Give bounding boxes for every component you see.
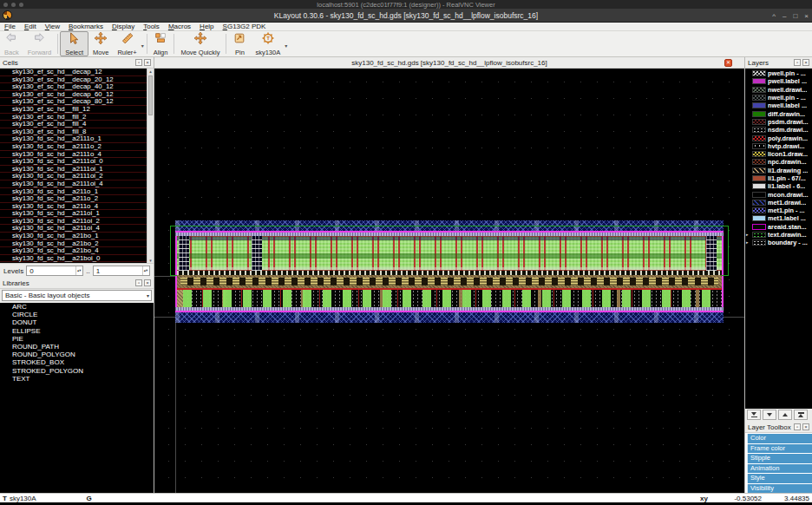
maximize-button[interactable]: □ xyxy=(793,12,797,20)
menu-macros[interactable]: Macros xyxy=(164,23,195,30)
menu-display[interactable]: Display xyxy=(108,23,139,30)
tab-close-icon[interactable]: ✕ xyxy=(724,59,732,67)
layer-row-met1-label[interactable]: met1.label ... xyxy=(745,214,812,222)
layer-row-nsdm-drawi[interactable]: nsdm.drawi... xyxy=(745,126,812,134)
layer-row-areaid-stan[interactable]: areaid.stan... xyxy=(745,223,812,231)
shade-button[interactable]: ^ xyxy=(772,12,776,20)
toolbox-close-button[interactable]: × xyxy=(802,423,809,430)
toolbox-section-animation[interactable]: Animation xyxy=(745,464,812,474)
layer-row-boundary[interactable]: ▸boundary - ... xyxy=(745,239,812,246)
cells-float-button[interactable]: ▫ xyxy=(135,59,142,66)
toolbox-section-color[interactable]: Color xyxy=(745,434,812,443)
layer-name: li1.drawing ... xyxy=(768,167,808,174)
svg-text:T: T xyxy=(266,35,270,41)
layers-close-button[interactable]: × xyxy=(802,59,809,66)
layer-row-li1-label-6[interactable]: li1.label - 6... xyxy=(745,182,812,190)
layer-row-poly-drawin[interactable]: poly.drawin... xyxy=(745,134,812,141)
scrollbar-thumb[interactable] xyxy=(148,75,153,115)
move-quickly-button[interactable]: Move Quickly xyxy=(176,31,224,56)
layer-row-met1-drawi[interactable]: met1.drawi... xyxy=(745,199,812,207)
library-item[interactable]: PIE xyxy=(0,335,154,343)
layer-row-psdm-drawi[interactable]: psdm.drawi... xyxy=(745,118,812,126)
ruler-button[interactable]: Ruler+ xyxy=(113,31,141,56)
cells-close-button[interactable]: × xyxy=(144,59,151,66)
toolbox-section-frame-color[interactable]: Frame color xyxy=(745,444,812,454)
layer-row-met1-pin[interactable]: met1.pin - ... xyxy=(745,207,812,214)
standard-cell-layout[interactable] xyxy=(175,220,724,323)
libraries-panel-header: Libraries ▫ × xyxy=(0,278,154,289)
library-item[interactable]: TEXT xyxy=(0,375,154,383)
layer-row-mcon-drawi[interactable]: mcon.drawi... xyxy=(745,190,812,198)
scroll-up-icon[interactable]: ▴ xyxy=(147,69,154,74)
library-select[interactable]: Basic - Basic layout objects ▾ xyxy=(2,290,152,301)
cell-list-item[interactable]: sky130_fd_sc_hd__a21boi_0 xyxy=(0,255,154,263)
menu-edit[interactable]: Edit xyxy=(20,23,41,30)
library-item[interactable]: STROKED_POLYGON xyxy=(0,367,154,375)
layer-swatch xyxy=(752,215,766,221)
technology-dropdown-caret[interactable]: ▾ xyxy=(285,43,287,49)
toolbox-float-button[interactable]: ▫ xyxy=(794,423,801,430)
toolbar: Back Forward Select Move Ruler+ ▾ Align … xyxy=(0,31,812,57)
library-item[interactable]: ARC xyxy=(0,303,154,311)
pin-button[interactable]: Pin xyxy=(228,31,251,56)
layer-nav-buttons xyxy=(745,409,812,422)
toolbox-section-visibility[interactable]: Visibility xyxy=(745,484,812,494)
library-item[interactable]: ROUND_POLYGON xyxy=(0,351,154,358)
menu-bookmarks[interactable]: Bookmarks xyxy=(64,23,108,30)
layer-name: nwell.drawi... xyxy=(768,86,807,94)
library-item[interactable]: CIRCLE xyxy=(0,311,154,318)
layer-row-nwell-label[interactable]: nwell.label ... xyxy=(745,102,812,109)
select-button[interactable]: Select xyxy=(60,31,88,56)
levels-from-spinbox[interactable]: 0 ▴▾ xyxy=(26,266,83,276)
spinner-arrows-icon[interactable]: ▴▾ xyxy=(75,266,82,275)
layer-row-li1-drawing[interactable]: li1.drawing ... xyxy=(745,167,812,174)
close-button[interactable]: × xyxy=(804,12,809,20)
layer-row-diff-drawin[interactable]: diff.drawin... xyxy=(745,109,812,117)
ruler-dropdown-caret[interactable]: ▾ xyxy=(141,43,144,49)
menu-file[interactable]: File xyxy=(0,23,20,30)
expander-icon[interactable]: ▸ xyxy=(746,231,750,239)
menu-sg13g2-pdk[interactable]: SG13G2 PDK xyxy=(219,23,271,30)
layer-move-to-top-button[interactable] xyxy=(794,410,808,420)
library-item[interactable]: ROUND_PATH xyxy=(0,343,154,351)
layer-move-up-button[interactable] xyxy=(778,410,792,420)
layer-name: pwell.pin - ... xyxy=(768,69,806,77)
forward-button[interactable]: Forward xyxy=(23,31,56,56)
libraries-float-button[interactable]: ▫ xyxy=(135,279,142,286)
library-item[interactable]: ELLIPSE xyxy=(0,327,154,335)
libraries-close-button[interactable]: × xyxy=(144,279,151,286)
library-item[interactable]: STROKED_BOX xyxy=(0,358,154,366)
layer-row-licon1-draw[interactable]: licon1.draw... xyxy=(745,150,812,158)
move-button[interactable]: Move xyxy=(88,31,113,56)
layer-move-down-button[interactable] xyxy=(763,410,776,420)
layer-row-pwell-pin[interactable]: pwell.pin - ... xyxy=(745,69,812,77)
layer-move-to-bottom-button[interactable] xyxy=(747,410,761,420)
layer-row-nwell-pin[interactable]: nwell.pin - ... xyxy=(745,94,812,102)
layout-tab[interactable]: sky130_fd_sc_hd.gds [sky130_fd_sc_hd__lp… xyxy=(154,57,744,69)
layer-row-nwell-drawi[interactable]: nwell.drawi... xyxy=(745,86,812,94)
spinner-arrows-icon[interactable]: ▴▾ xyxy=(142,266,148,275)
layer-swatch xyxy=(752,232,766,238)
layer-row-li1-pin-67[interactable]: li1.pin - 67/... xyxy=(745,174,812,182)
layer-row-hvtp-drawi[interactable]: hvtp.drawi... xyxy=(745,142,812,150)
toolbox-section-stipple[interactable]: Stipple xyxy=(745,454,812,463)
back-button[interactable]: Back xyxy=(0,31,23,56)
layout-canvas[interactable] xyxy=(154,69,744,493)
levels-to-spinbox[interactable]: 1 ▴▾ xyxy=(93,266,150,276)
layer-row-npc-drawin[interactable]: npc.drawin... xyxy=(745,158,812,166)
layer-row-text-drawin[interactable]: ▸text.drawin... xyxy=(745,231,812,239)
minimize-button[interactable]: – xyxy=(783,12,786,20)
menu-help[interactable]: Help xyxy=(195,23,218,30)
back-arrow-icon xyxy=(5,32,17,48)
layer-row-pwell-label[interactable]: pwell.label ... xyxy=(745,77,812,85)
menu-tools[interactable]: Tools xyxy=(139,23,164,30)
toolbox-section-style[interactable]: Style xyxy=(745,474,812,483)
expander-icon[interactable]: ▸ xyxy=(746,239,750,246)
menu-view[interactable]: View xyxy=(41,23,64,30)
technology-button[interactable]: T sky130A xyxy=(251,31,285,56)
library-item[interactable]: DONUT xyxy=(0,318,154,326)
cells-scrollbar[interactable]: ▴ ▾ xyxy=(147,69,154,263)
layer-swatch xyxy=(752,143,766,149)
align-button[interactable]: Align xyxy=(149,31,173,56)
layers-float-button[interactable]: ▫ xyxy=(794,59,801,66)
